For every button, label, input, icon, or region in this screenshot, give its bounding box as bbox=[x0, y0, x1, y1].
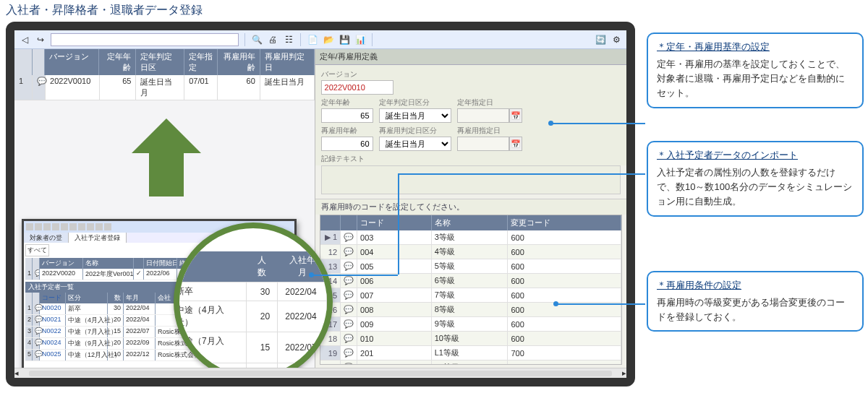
back-icon[interactable]: ◁ bbox=[19, 34, 30, 46]
code-grid[interactable]: コード 名称 変更コード ▶ 1💬0033等級60012💬0044等級60013… bbox=[320, 215, 622, 365]
code-row[interactable]: ▶ 1💬0033等級600 bbox=[320, 230, 621, 245]
code-row[interactable]: 19💬201L1等級700 bbox=[320, 346, 621, 360]
version-input[interactable] bbox=[321, 80, 393, 95]
find-icon[interactable]: 🔍 bbox=[251, 34, 263, 46]
zoom-lens: 人数入社年月 新卒302022/04中途（4月入社）202022/04中途（7月… bbox=[174, 223, 333, 368]
reage-input[interactable] bbox=[321, 137, 373, 151]
import-tab-1[interactable]: 対象者の登 bbox=[24, 233, 69, 243]
filter-all[interactable]: すべて bbox=[25, 244, 49, 256]
callout-retirement: ＊定年・再雇用基準の設定 定年・再雇用の基準を設定しておくことで、対象者に退職・… bbox=[647, 33, 864, 108]
reage-section-select[interactable]: 誕生日当月 bbox=[379, 137, 451, 151]
code-row[interactable]: 15💬0077等級600 bbox=[320, 288, 621, 303]
age-date-input[interactable] bbox=[457, 108, 509, 123]
reage-date-input[interactable] bbox=[457, 137, 509, 151]
hierarchy-icon[interactable]: ☷ bbox=[283, 34, 294, 46]
search-input[interactable] bbox=[51, 33, 239, 46]
code-row[interactable]: 12💬0044等級600 bbox=[320, 245, 621, 259]
code-row[interactable]: 20💬202L2等級700 bbox=[320, 360, 621, 366]
arrow-up-icon bbox=[123, 114, 210, 201]
main-toolbar: ◁ ↪ 🔍 🖨 ☷ 📄 📂 💾 📊 🔄 ⚙ bbox=[14, 30, 626, 49]
code-row[interactable]: 17💬0099等級600 bbox=[320, 317, 621, 332]
chat-icon[interactable]: 💬 bbox=[33, 75, 46, 100]
code-row[interactable]: 16💬0088等級600 bbox=[320, 303, 621, 317]
export-icon[interactable]: 📊 bbox=[354, 34, 366, 46]
top-grid-row[interactable]: 1 💬 2022V0010 65 誕生日当月 07/01 60 誕生日当月 bbox=[14, 75, 315, 100]
import-tab-2[interactable]: 入社予定者登録 bbox=[69, 233, 127, 243]
calendar-icon[interactable]: 📅 bbox=[509, 108, 522, 123]
left-pane: バージョン 定年年齢 定年判定日区 定年指定 再雇用年齢 再雇用判定日 1 💬 … bbox=[14, 49, 315, 368]
code-hint: 再雇用時のコードを設定してください。 bbox=[315, 199, 626, 215]
horizontal-scrollbar[interactable]: ◂▸ bbox=[14, 368, 626, 378]
code-row[interactable]: 13💬0055等級600 bbox=[320, 259, 621, 274]
callout-rehire: ＊再雇用条件の設定 再雇用時の等級変更がある場合変更後のコードを登録しておく。 bbox=[647, 271, 864, 332]
app-window: ◁ ↪ 🔍 🖨 ☷ 📄 📂 💾 📊 🔄 ⚙ バージョン 定年年齢 定年判定日区 … bbox=[6, 22, 635, 386]
code-row[interactable]: 14💬0066等級600 bbox=[320, 274, 621, 288]
open-icon[interactable]: 📂 bbox=[323, 34, 334, 46]
definition-form: バージョン 定年年齢 定年判定日区分 誕生日当月 定年指定日 📅 再雇用年齢 bbox=[315, 65, 626, 165]
panel-title: 定年/再雇用定義 bbox=[315, 49, 626, 65]
new-icon[interactable]: 📄 bbox=[307, 34, 318, 46]
refresh-icon[interactable]: 🔄 bbox=[595, 34, 606, 46]
top-grid-header: バージョン 定年年齢 定年判定日区 定年指定 再雇用年齢 再雇用判定日 bbox=[14, 49, 315, 75]
settings-icon[interactable]: ⚙ bbox=[610, 34, 622, 46]
forward-icon[interactable]: ↪ bbox=[35, 34, 46, 46]
calendar-icon[interactable]: 📅 bbox=[509, 137, 522, 151]
age-input[interactable] bbox=[321, 108, 373, 123]
page-title: 入社者・昇降格者・退職者データ登録 bbox=[0, 0, 868, 22]
memo-textarea[interactable] bbox=[321, 165, 621, 194]
age-section-select[interactable]: 誕生日当月 bbox=[379, 108, 451, 123]
callout-import: ＊入社予定者データのインポート 入社予定者の属性別の人数を登録するだけで、数10… bbox=[647, 141, 864, 217]
right-pane: 定年/再雇用定義 バージョン 定年年齢 定年判定日区分 誕生日当月 定年指定日 … bbox=[315, 49, 626, 368]
print-icon[interactable]: 🖨 bbox=[267, 34, 278, 46]
code-row[interactable]: 18💬01010等級600 bbox=[320, 332, 621, 346]
save-icon[interactable]: 💾 bbox=[339, 34, 350, 46]
